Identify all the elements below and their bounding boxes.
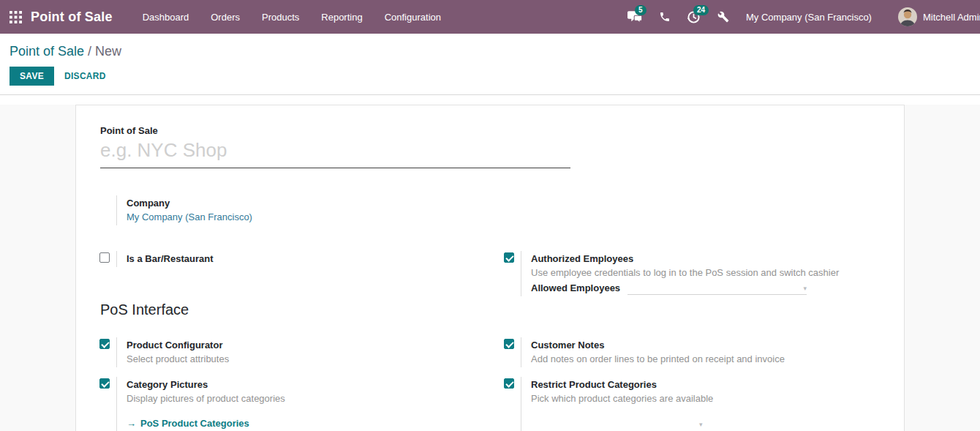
messages-button[interactable]: 5 [626,10,644,23]
menu-configuration[interactable]: Configuration [374,0,452,34]
category-pictures-description: Display pictures of product categories [127,391,431,405]
pos-product-categories-link-label: PoS Product Categories [140,418,249,429]
bar-restaurant-group: Is a Bar/Restaurant [116,251,431,267]
authorized-employees-checkbox[interactable] [504,252,514,263]
bar-restaurant-checkbox[interactable] [99,252,110,263]
app-name[interactable]: Point of Sale [31,10,113,25]
category-pictures-label[interactable]: Category Pictures [127,378,431,391]
pos-product-categories-link[interactable]: →PoS Product Categories [127,418,431,429]
apps-menu-button[interactable] [0,0,31,34]
authorized-employees-label[interactable]: Authorized Employees [531,252,886,266]
product-configurator-checkbox[interactable] [99,339,110,349]
menu-orders[interactable]: Orders [200,0,251,34]
restrict-product-categories-checkbox[interactable] [504,378,514,389]
breadcrumb-parent-link[interactable]: Point of Sale [10,44,84,59]
customer-notes-group: Customer Notes Add notes on order lines … [521,337,857,367]
restrict-product-categories-description: Pick which product categories are availa… [531,391,857,405]
pos-name-label: Point of Sale [100,125,158,136]
activities-button[interactable]: 24 [685,10,702,24]
customer-notes-label[interactable]: Customer Notes [531,338,857,352]
category-pictures-group: Category Pictures Display pictures of pr… [116,377,431,431]
avatar-photo [898,7,917,26]
user-menu[interactable]: Mitchell Admin [923,12,980,23]
restrict-product-categories-label[interactable]: Restrict Product Categories [531,378,857,391]
systray: 5 24 My Company (San Francisco) [626,0,980,34]
breadcrumb-current: New [95,44,121,59]
customer-notes-description: Add notes on order lines to be printed o… [531,352,857,366]
user-avatar[interactable] [898,7,917,26]
caret-down-icon[interactable]: ▾ [804,285,807,292]
pos-name-input[interactable] [100,138,570,168]
section-title-pos-interface: PoS Interface [100,301,189,318]
save-button[interactable]: SAVE [10,67,54,86]
company-value-link[interactable]: My Company (San Francisco) [127,210,252,224]
allowed-employees-label: Allowed Employees [531,281,620,295]
product-categories-caret-down-icon[interactable]: ▾ [699,421,703,428]
company-switcher[interactable]: My Company (San Francisco) [746,12,872,23]
phone-icon [659,11,671,23]
product-configurator-label[interactable]: Product Configurator [127,338,431,352]
company-group: Company My Company (San Francisco) [116,195,423,225]
top-navbar: Point of Sale Dashboard Orders Products … [0,0,980,34]
apps-grid-icon [10,11,22,23]
product-configurator-group: Product Configurator Select product attr… [116,337,431,367]
debug-tools-button[interactable] [717,11,730,23]
product-configurator-description: Select product attributes [127,352,431,366]
bar-restaurant-label[interactable]: Is a Bar/Restaurant [127,252,431,266]
top-menu: Dashboard Orders Products Reporting Conf… [132,0,452,34]
arrow-right-icon: → [127,418,136,429]
content-area: Point of Sale Company My Company (San Fr… [0,105,980,431]
menu-reporting[interactable]: Reporting [310,0,373,34]
control-panel-buttons: SAVE DISCARD [10,67,980,86]
authorized-employees-group: Authorized Employees Use employee creden… [521,251,886,296]
breadcrumb-separator: / [84,44,95,59]
discard-button[interactable]: DISCARD [64,71,106,81]
voip-button[interactable] [658,11,671,23]
messages-badge: 5 [635,5,647,15]
menu-products[interactable]: Products [251,0,310,34]
company-label: Company [127,196,423,210]
form-sheet: Point of Sale Company My Company (San Fr… [75,105,905,431]
activities-badge: 24 [693,5,709,15]
control-panel: Point of Sale / New SAVE DISCARD [0,34,980,95]
breadcrumb: Point of Sale / New [10,44,980,59]
restrict-product-categories-group: Restrict Product Categories Pick which p… [521,377,857,431]
menu-dashboard[interactable]: Dashboard [132,0,200,34]
customer-notes-checkbox[interactable] [504,339,514,349]
allowed-employees-field[interactable]: ▾ [627,282,807,295]
authorized-employees-description: Use employee credentials to log in to th… [531,266,886,280]
category-pictures-checkbox[interactable] [99,378,110,389]
allowed-employees-row: Allowed Employees ▾ [531,281,886,295]
wrench-tools-icon [717,11,729,23]
